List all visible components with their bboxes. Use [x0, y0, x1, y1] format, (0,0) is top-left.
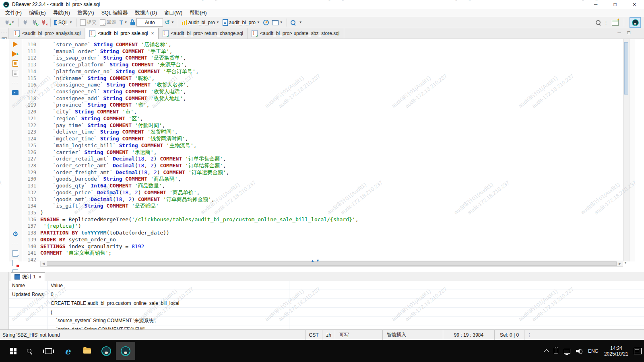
tab-update-sbz-store-sql[interactable]: <audit_bi_pro> update_sbz_store.sql — [248, 28, 344, 39]
line-number: 120 — [22, 109, 40, 115]
code-line: `is_swap_order` String COMMENT '是否换货单', — [40, 55, 623, 62]
menu-sql-editor[interactable]: SQL 编辑器 — [98, 10, 132, 16]
transaction-log-button[interactable]: ↺▼ — [163, 19, 176, 26]
dashboard-button[interactable] — [262, 19, 270, 26]
settings-button[interactable]: ⚙ — [9, 230, 22, 239]
sql-file-icon — [163, 30, 169, 37]
commit-mode-select[interactable]: Auto — [136, 18, 163, 27]
disconnect-all-button[interactable]: × — [39, 19, 48, 26]
vertical-scrollbar[interactable] — [623, 39, 629, 261]
code-line: `province` String COMMENT '省', — [40, 102, 623, 109]
execute-new-tab-button[interactable]: + — [9, 49, 22, 58]
minimize-button[interactable]: ─ — [586, 0, 605, 9]
code-line: `order_retail_amt` Decimal(18, 2) COMMEN… — [40, 156, 623, 162]
status-timezone: CST — [305, 330, 322, 340]
toolbar-search-button[interactable]: ▼ — [289, 19, 304, 26]
dbeaver-window: DBeaver 22.3.4 - <audit_bi_pro> sale.sql… — [0, 0, 644, 362]
column-divider — [289, 281, 289, 330]
line-number: 115 — [22, 75, 40, 82]
code-line: `order_settle_amt` Decimal(18, 2) COMMEN… — [40, 162, 623, 169]
save-file-button[interactable] — [9, 259, 22, 267]
database-select[interactable]: audit_bi_pro▼ — [180, 19, 221, 26]
transaction-mode-button[interactable]: T▼ — [118, 19, 129, 26]
tab-label: 统计 1 — [22, 274, 36, 280]
file-alert-icon — [12, 260, 18, 266]
sql-editor-button[interactable]: SQL▼ — [53, 19, 74, 26]
menu-help[interactable]: 帮助(H) — [186, 10, 210, 16]
export-result-button[interactable] — [9, 249, 22, 258]
commit-button[interactable]: 提交 — [78, 18, 98, 27]
reconnect-button[interactable]: ↻ — [30, 19, 39, 26]
quick-search-icon[interactable] — [596, 20, 601, 25]
menu-edit[interactable]: 编辑(E) — [25, 10, 50, 16]
dbeaver-taskbar-button[interactable] — [97, 342, 116, 360]
dbeaver-taskbar-button-active[interactable] — [116, 342, 135, 360]
scroll-down-icon[interactable]: ▼ — [624, 261, 627, 265]
execute-statement-button[interactable] — [9, 40, 22, 49]
taskbar-search-button[interactable] — [19, 342, 39, 360]
sql-file-icon — [252, 30, 258, 37]
scrollbar-thumb[interactable] — [624, 42, 628, 95]
status-writable[interactable]: 可写 — [335, 330, 382, 340]
internet-explorer-button[interactable]: e — [58, 342, 77, 360]
tab-return-change-sql[interactable]: <audit_bi_pro> return_change.sql — [159, 28, 248, 39]
menu-search[interactable]: 搜索(A) — [74, 10, 98, 16]
menu-window[interactable]: 窗口(W) — [161, 10, 186, 16]
open-perspective-icon[interactable] — [612, 20, 619, 26]
usb-icon[interactable] — [554, 348, 558, 354]
column-header-value[interactable]: Value — [47, 283, 63, 288]
dbeaver-perspective-button[interactable] — [630, 17, 641, 28]
task-view-button[interactable] — [39, 342, 58, 360]
explain-plan-button[interactable] — [9, 69, 22, 78]
tab-sale-sql[interactable]: <audit_bi_pro> sale.sql × — [85, 28, 158, 39]
network-icon[interactable] — [564, 349, 570, 354]
dbeaver-perspective-icon — [632, 19, 639, 26]
volume-icon[interactable] — [576, 349, 582, 354]
output-view-button[interactable]: ▼ — [270, 19, 285, 26]
tab-close-icon[interactable]: × — [151, 31, 154, 36]
line-number: 121 — [22, 115, 40, 122]
code-area[interactable]: `store_name` String COMMENT '店铺名称', `man… — [40, 39, 623, 264]
file-explorer-button[interactable] — [77, 342, 97, 360]
status-more-icon[interactable]: ⋮ — [524, 330, 535, 340]
tray-expand-icon[interactable] — [544, 349, 549, 354]
language-indicator[interactable]: ENG — [588, 348, 599, 354]
maximize-button[interactable]: □ — [605, 0, 625, 9]
menu-navigate[interactable]: 导航(N) — [50, 10, 74, 16]
transaction-lock-button[interactable] — [129, 19, 136, 26]
stats-row[interactable]: CREATE TABLE audit_bi_pro.custom_online_… — [9, 299, 644, 308]
connect-button[interactable]: + ▼ — [2, 19, 16, 26]
column-header-name[interactable]: Name — [9, 281, 47, 290]
sash-restore-icons[interactable]: ▲▼ — [311, 259, 321, 263]
rollback-button[interactable]: 回滚 — [98, 18, 118, 27]
disconnect-button[interactable] — [21, 19, 30, 26]
stats-row[interactable]: Updated Rows0 — [9, 290, 644, 299]
tab-analysis-sql[interactable]: <audit_bi_pro> analysis.sql — [10, 28, 85, 39]
scroll-right-icon[interactable]: ▶ — [617, 262, 623, 265]
stats-row[interactable]: ( — [9, 308, 644, 317]
status-caret-position[interactable]: 99 : 19 : 3984 — [443, 330, 494, 340]
execute-script-button[interactable] — [9, 59, 22, 68]
code-line: ) — [40, 210, 623, 216]
status-insert-mode[interactable]: 智能插入 — [382, 330, 443, 340]
start-button[interactable] — [0, 342, 19, 360]
scrollbar-thumb[interactable] — [47, 261, 617, 266]
sql-bracket-icon — [54, 20, 57, 25]
line-number: 137 — [22, 223, 40, 230]
horizontal-scrollbar[interactable]: ◀ ▶ — [40, 261, 623, 267]
view-minimize-icon[interactable]: ─ — [617, 30, 621, 35]
schema-select[interactable]: audit_bi_pro▼ — [221, 19, 262, 27]
folder-icon — [83, 348, 91, 354]
view-maximize-icon[interactable]: □ — [627, 30, 630, 35]
open-console-button[interactable]: >_ — [9, 88, 22, 97]
taskbar-clock[interactable]: 14:24 2025/10/21 — [604, 346, 628, 357]
close-button[interactable]: × — [625, 0, 644, 9]
stats-row[interactable]: `source_system` String COMMENT '来源系统', — [9, 317, 644, 325]
code-line: ORDER BY system_order_no — [40, 237, 623, 243]
scroll-left-icon[interactable]: ◀ — [41, 262, 46, 265]
menu-file[interactable]: 文件(F) — [2, 10, 25, 16]
action-center-icon[interactable] — [634, 348, 642, 354]
tab-statistics[interactable]: 统计 1 × — [11, 272, 45, 281]
menu-database[interactable]: 数据库(D) — [131, 10, 161, 16]
tab-close-icon[interactable]: × — [39, 274, 41, 280]
